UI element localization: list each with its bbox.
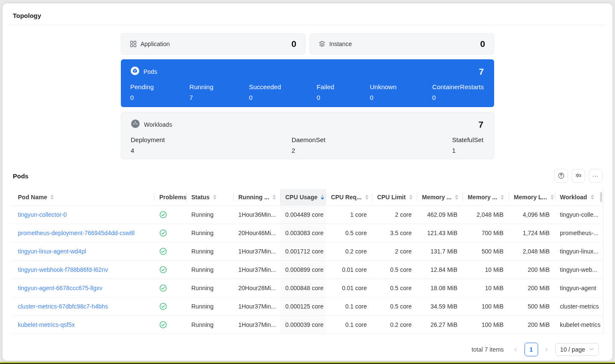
mem-limit-cell: 4,096 MiB (509, 205, 555, 224)
sort-icon (409, 195, 413, 200)
column-header[interactable]: CPU Req... (326, 189, 372, 205)
sort-icon (551, 195, 554, 200)
pod-name-link[interactable]: tingyun-webhook-f788b86fd-l62nv (18, 266, 108, 273)
stat-statefulset: StatefulSet1 (452, 136, 483, 154)
cpu-req-cell: 0.1 core (326, 315, 372, 334)
mem-req-cell: 500 MiB (463, 242, 509, 260)
stat-containerrestarts: ContainerRestarts0 (432, 83, 484, 101)
check-circle-icon (159, 303, 167, 310)
mem-usage-cell: 26.27 MiB (417, 315, 463, 334)
pods-section-header: Pods ··· (3, 159, 612, 189)
pod-icon (130, 66, 140, 77)
page-size-select[interactable]: 10 / page (555, 343, 599, 356)
pod-name-link[interactable]: kubelet-metrics-qsf5x (18, 321, 75, 328)
workload-cell: prometheus-... (555, 224, 603, 242)
pod-name-link[interactable]: tingyun-linux-agent-wd4pl (18, 248, 86, 255)
workload-cell: tingyun-linux... (555, 242, 603, 260)
table-row: tingyun-linux-agent-wd4pl Running1Hour37… (11, 242, 609, 260)
column-settings-button[interactable] (571, 169, 585, 183)
running-cell: 1Hour37Min... (233, 260, 280, 279)
pod-name-link[interactable]: prometheus-deployment-766945d4dd-csw8l (18, 230, 135, 236)
running-cell: 20Hour46Mi... (233, 224, 280, 242)
scrollbar-thumb[interactable] (600, 192, 602, 202)
prev-page-button[interactable]: ‹ (511, 343, 521, 356)
table-right-gutter (603, 260, 609, 279)
status-cell: Running (186, 297, 233, 315)
table-toolbar: ··· (554, 169, 602, 183)
table-right-gutter (603, 279, 609, 297)
next-page-button[interactable]: › (542, 343, 552, 356)
mem-limit-cell: 2,048 MiB (509, 242, 555, 260)
column-header[interactable]: Status (186, 189, 233, 205)
pod-name-link[interactable]: tingyun-collector-0 (18, 211, 67, 218)
check-circle-icon (159, 266, 167, 274)
export-icon (558, 172, 565, 180)
mem-limit-cell: 200 MiB (509, 260, 555, 279)
problems-cell (154, 279, 186, 297)
app-window: Topology Application 0 Instance 0 (3, 3, 612, 361)
column-header[interactable]: Memory ... (463, 189, 509, 205)
workloads-stats: Deployment4DaemonSet2StatefulSet1 (131, 136, 483, 154)
running-cell: 20Hour28Mi... (233, 279, 280, 297)
check-circle-icon (159, 211, 167, 218)
pagination: total 7 items ‹ 1 › 10 / page (16, 343, 599, 356)
table-row: tingyun-agent-6678ccc675-llgxv Running20… (11, 279, 609, 297)
table-row: prometheus-deployment-766945d4dd-csw8l R… (11, 224, 609, 242)
column-header[interactable]: Memory ... (417, 189, 463, 205)
pod-name-cell: cluster-metrics-67dbfc98c7-h4bhs (11, 297, 154, 315)
column-settings-icon (575, 172, 582, 180)
check-circle-icon (159, 229, 167, 237)
stat-running: Running7 (190, 83, 214, 101)
pod-name-link[interactable]: cluster-metrics-67dbfc98c7-h4bhs (18, 303, 108, 310)
cpu-limit-cell: 0.5 core (372, 279, 417, 297)
mem-req-cell: 100 MiB (463, 315, 509, 334)
pod-name-link[interactable]: tingyun-agent-6678ccc675-llgxv (18, 285, 102, 291)
problems-cell (154, 260, 186, 279)
export-button[interactable] (554, 169, 568, 183)
stat-succeeded: Succeeded0 (249, 83, 281, 101)
column-header[interactable]: CPU Usage (280, 189, 326, 205)
stat-daemonset: DaemonSet2 (292, 136, 325, 154)
table-right-gutter (603, 297, 609, 315)
table-right-gutter (603, 189, 609, 205)
problems-cell (154, 315, 186, 334)
status-cell: Running (186, 205, 233, 224)
application-card: Application 0 (121, 33, 305, 55)
page-number-button[interactable]: 1 (524, 343, 538, 356)
mem-usage-cell: 131.7 MiB (417, 242, 463, 260)
column-header[interactable]: Pod Name (11, 189, 154, 205)
mem-usage-cell: 12.84 MiB (417, 260, 463, 279)
status-cell: Running (186, 279, 233, 297)
check-circle-icon (159, 321, 167, 329)
column-header[interactable]: Running ... (233, 189, 280, 205)
workload-cell: tingyun-web... (555, 260, 603, 279)
more-button[interactable]: ··· (589, 169, 602, 183)
instance-card: Instance 0 (310, 33, 494, 55)
mem-req-cell: 10 MiB (463, 260, 509, 279)
application-count: 0 (291, 39, 296, 49)
running-cell: 1Hour37Min... (233, 297, 280, 315)
instance-count: 0 (480, 39, 485, 49)
column-header[interactable]: Workload (555, 189, 603, 205)
cpu-limit-cell: 2 core (372, 242, 417, 260)
cpu-req-cell: 0.1 core (326, 297, 372, 315)
problems-cell (154, 205, 186, 224)
workloads-card-label: Workloads (144, 121, 172, 128)
stat-deployment: Deployment4 (131, 136, 165, 154)
sort-icon (50, 195, 54, 200)
pods-table: Pod NameProblemsStatusRunning ...CPU Usa… (11, 189, 604, 334)
pod-name-cell: tingyun-linux-agent-wd4pl (11, 242, 154, 260)
cpu-req-cell: 0.01 core (326, 279, 372, 297)
status-cell: Running (186, 315, 233, 334)
mem-req-cell: 100 MiB (463, 297, 509, 315)
table-header-row: Pod NameProblemsStatusRunning ...CPU Usa… (11, 189, 609, 205)
workloads-card-count: 7 (478, 119, 483, 130)
problems-cell (154, 224, 186, 242)
sort-icon (213, 195, 217, 200)
cpu-usage-cell: 0.004489 core (280, 205, 326, 224)
column-header[interactable]: Memory L... (509, 189, 555, 205)
cpu-usage-cell: 0.000899 core (280, 260, 326, 279)
pod-name-cell: prometheus-deployment-766945d4dd-csw8l (11, 224, 154, 242)
column-header[interactable]: CPU Limit (372, 189, 417, 205)
pod-name-cell: tingyun-webhook-f788b86fd-l62nv (11, 260, 154, 279)
